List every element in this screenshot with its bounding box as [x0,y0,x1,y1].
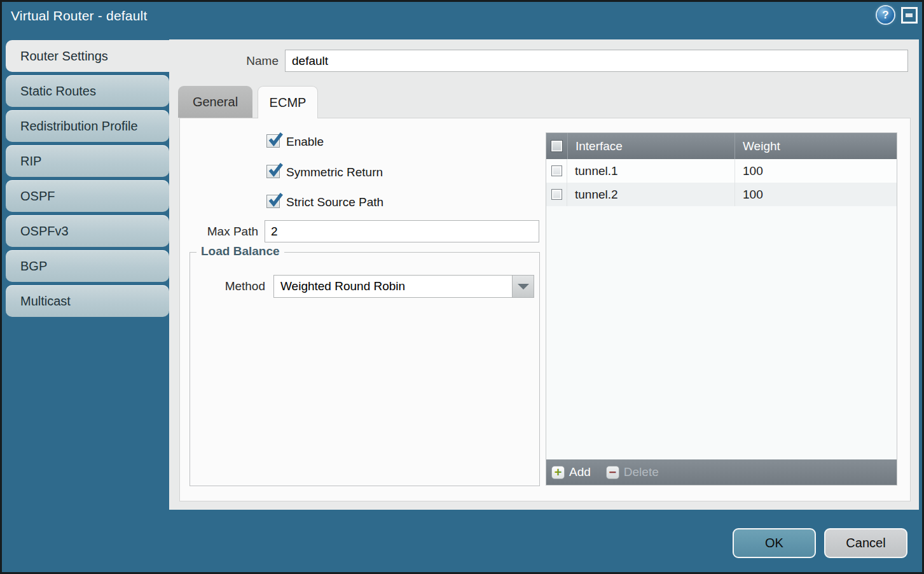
table-row[interactable]: tunnel.1 100 [546,159,897,183]
row-checkbox[interactable] [551,165,562,176]
virtual-router-dialog: Virtual Router - default ? Router Settin… [0,0,924,574]
name-input[interactable] [285,50,908,72]
check-icon [268,192,284,207]
table-footer: + Add − Delete [546,459,897,485]
check-icon [268,131,284,147]
ecmp-tab-panel: Enable Symmetric Return Strict Source Pa… [179,118,911,501]
row-checkbox[interactable] [551,189,562,200]
table-header: Interface Weight [546,133,897,159]
cell-weight: 100 [734,159,897,183]
tab-general[interactable]: General [178,86,252,118]
column-header-interface: Interface [567,133,734,159]
ok-button[interactable]: OK [733,528,816,558]
check-icon [268,162,284,178]
method-label: Method [203,275,265,298]
dialog-title: Virtual Router - default [11,8,148,24]
add-button[interactable]: + Add [551,465,591,479]
symmetric-return-checkbox[interactable] [266,165,280,178]
delete-button[interactable]: − Delete [606,465,659,479]
cell-weight: 100 [734,183,897,206]
enable-label: Enable [286,134,324,149]
max-path-input[interactable] [265,220,539,242]
load-balance-group: Load Balance Method Weighted Round Robin [190,252,540,486]
enable-checkbox[interactable] [266,134,280,148]
strict-source-path-checkbox[interactable] [266,195,280,208]
help-icon[interactable]: ? [877,6,894,24]
max-path-label: Max Path [180,220,258,242]
sidebar-item-ospfv3[interactable]: OSPFv3 [6,215,169,247]
select-all-checkbox[interactable] [551,140,563,152]
sidebar-item-bgp[interactable]: BGP [6,250,169,282]
load-balance-legend: Load Balance [197,244,284,258]
table-row[interactable]: tunnel.2 100 [546,183,897,206]
method-selected-value: Weighted Round Robin [280,276,405,297]
sidebar-item-ospf[interactable]: OSPF [6,180,169,212]
name-label: Name [210,50,279,72]
interface-table: Interface Weight tunnel.1 100 tunnel.2 1… [546,132,897,486]
sidebar-item-static-routes[interactable]: Static Routes [6,75,169,107]
cell-interface: tunnel.2 [567,183,734,206]
plus-icon: + [551,466,565,479]
method-select[interactable]: Weighted Round Robin [273,275,534,298]
window-restore-icon-bar [906,13,913,17]
cell-interface: tunnel.1 [567,159,734,183]
tab-ecmp[interactable]: ECMP [258,86,318,118]
minus-icon: − [606,466,619,479]
sidebar: Router Settings Static Routes Redistribu… [6,40,169,320]
sidebar-item-router-settings[interactable]: Router Settings [6,40,169,72]
column-header-weight: Weight [734,133,897,159]
chevron-down-icon[interactable] [512,276,534,297]
sidebar-item-rip[interactable]: RIP [6,145,169,177]
window-restore-icon[interactable] [901,7,918,24]
sidebar-item-multicast[interactable]: Multicast [6,285,169,317]
sidebar-item-redistribution-profile[interactable]: Redistribution Profile [6,110,169,142]
cancel-button[interactable]: Cancel [824,528,907,558]
symmetric-return-label: Symmetric Return [286,165,383,179]
strict-source-path-label: Strict Source Path [286,195,383,209]
